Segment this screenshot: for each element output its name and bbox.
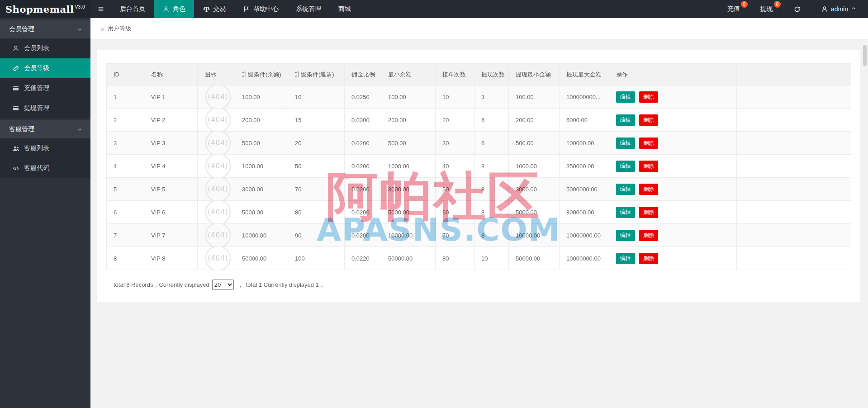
users-icon: [12, 145, 19, 152]
cell-commission: 0.0300: [345, 109, 381, 132]
cell-upgrade-balance: 500.00: [235, 132, 288, 155]
hamburger-icon: [97, 5, 104, 13]
cell-name: VIP 1: [144, 85, 198, 109]
sidebar-item-recharge-management[interactable]: 充值管理: [0, 78, 90, 98]
cell-icon: (404): [198, 85, 235, 109]
edit-button[interactable]: 编辑: [616, 91, 635, 103]
broken-image-404-icon: (404): [205, 155, 231, 178]
person-icon: [162, 5, 170, 13]
edit-button[interactable]: 编辑: [616, 253, 635, 264]
cell-orders: 40: [436, 155, 474, 178]
sidebar-item-service-list[interactable]: 客服列表: [0, 138, 90, 158]
delete-button[interactable]: 删除: [639, 207, 658, 218]
delete-button[interactable]: 删除: [639, 184, 658, 195]
withdraw-badge: 0: [774, 1, 781, 8]
nav-item-role[interactable]: 角色: [154, 0, 194, 18]
cell-withdraw-max: 100000000...: [560, 85, 609, 109]
cell-withdraw-max: 350000.00: [560, 155, 609, 178]
broken-image-404-icon: (404): [205, 85, 231, 109]
nav-item-recharge[interactable]: 充值 0: [717, 0, 750, 18]
app-logo-text: Shopmemall: [5, 4, 74, 15]
cell-withdraw-count: 3: [474, 85, 509, 109]
edit-button[interactable]: 编辑: [616, 138, 635, 149]
app-version: V3.0: [75, 5, 85, 9]
edit-button[interactable]: 编辑: [616, 207, 635, 218]
cell-upgrade-invite: 80: [288, 201, 345, 224]
cell-upgrade-balance: 50000.00: [235, 247, 288, 270]
sidebar-group-customer-service[interactable]: 客服管理: [0, 120, 90, 138]
cell-orders: 70: [436, 224, 474, 247]
column-header-icon: 图标: [198, 64, 235, 85]
cell-withdraw-max: 100000.00: [560, 132, 609, 155]
nav-item-help[interactable]: 帮助中心: [234, 0, 287, 18]
cell-empty: [737, 224, 851, 247]
page-size-select[interactable]: 20: [212, 280, 234, 290]
cell-id: 4: [107, 155, 144, 178]
navbar-right: 充值 0 提现 0 admin: [717, 0, 868, 18]
edit-button[interactable]: 编辑: [616, 161, 635, 172]
delete-button[interactable]: 删除: [639, 253, 658, 264]
column-header-commission: 佣金比例: [345, 64, 381, 85]
cell-commission: 0.0200: [345, 132, 381, 155]
cell-actions: 编辑删除: [609, 178, 737, 201]
column-header-withdraw-min: 提现最小金额: [509, 64, 560, 85]
broken-image-404-icon: (404): [205, 178, 231, 201]
cell-empty: [737, 178, 851, 201]
column-header-name: 名称: [144, 64, 198, 85]
sidebar-group-member-management[interactable]: 会员管理: [0, 20, 90, 38]
table-footer: total 8 Records，Currently displayed 20 ，…: [114, 280, 851, 290]
column-header-withdraw-max: 提现最大金额: [560, 64, 609, 85]
delete-button[interactable]: 删除: [639, 161, 658, 172]
pages-summary: total 1 Currently displayed 1 。: [246, 281, 327, 289]
cell-icon: (404): [198, 109, 235, 132]
delete-button[interactable]: 删除: [639, 91, 658, 103]
cell-id: 6: [107, 201, 144, 224]
cell-withdraw-min: 500.00: [509, 132, 560, 155]
sidebar-item-service-code[interactable]: 客服代码: [0, 158, 90, 178]
nav-item-label: 商城: [338, 5, 351, 13]
person-icon: [12, 45, 19, 52]
table-row: 1VIP 1(404)100.00100.0250100.00103100.00…: [107, 85, 851, 109]
nav-item-label: 后台首页: [120, 5, 145, 13]
cell-actions: 编辑删除: [609, 247, 737, 270]
delete-button[interactable]: 删除: [639, 138, 658, 149]
cell-upgrade-invite: 20: [288, 132, 345, 155]
cell-empty: [737, 109, 851, 132]
edit-button[interactable]: 编辑: [616, 184, 635, 195]
nav-item-mall[interactable]: 商城: [330, 0, 360, 18]
cell-orders: 50: [436, 178, 474, 201]
sidebar-item-member-level[interactable]: 会员等级: [0, 58, 90, 78]
sidebar-item-label: 客服代码: [24, 164, 49, 172]
cell-icon: (404): [198, 178, 235, 201]
nav-item-system[interactable]: 系统管理: [287, 0, 330, 18]
cell-empty: [737, 247, 851, 270]
cell-upgrade-balance: 3000.00: [235, 178, 288, 201]
records-summary: total 8 Records，Currently displayed: [114, 281, 209, 289]
sidebar-toggle-button[interactable]: [90, 0, 111, 18]
column-header-actions: 操作: [609, 64, 737, 85]
user-menu[interactable]: admin: [811, 0, 868, 18]
table-row: 6VIP 6(404)5000.00800.02005000.006085000…: [107, 201, 851, 224]
sidebar-item-member-list[interactable]: 会员列表: [0, 38, 90, 58]
sidebar-item-withdraw-management[interactable]: 提现管理: [0, 98, 90, 118]
column-header-id: ID: [107, 64, 144, 85]
table-row: 5VIP 5(404)3000.00700.02003000.005083000…: [107, 178, 851, 201]
sidebar-item-label: 充值管理: [24, 84, 49, 92]
delete-button[interactable]: 删除: [639, 230, 658, 241]
nav-item-home[interactable]: 后台首页: [111, 0, 154, 18]
scrollbar-thumb[interactable]: [863, 45, 867, 66]
cell-withdraw-count: 6: [474, 132, 509, 155]
edit-button[interactable]: 编辑: [616, 114, 635, 126]
edit-button[interactable]: 编辑: [616, 230, 635, 241]
column-header-empty: [737, 64, 851, 85]
page-title: 用户等级: [108, 24, 131, 33]
cell-min-balance: 200.00: [381, 109, 436, 132]
cell-icon: (404): [198, 224, 235, 247]
scales-icon: [203, 5, 210, 13]
refresh-button[interactable]: [783, 0, 811, 18]
cell-min-balance: 5000.00: [381, 201, 436, 224]
column-header-withdraw-count: 提现次数: [474, 64, 509, 85]
delete-button[interactable]: 删除: [639, 114, 658, 126]
nav-item-withdraw[interactable]: 提现 0: [750, 0, 783, 18]
nav-item-trade[interactable]: 交易: [194, 0, 234, 18]
